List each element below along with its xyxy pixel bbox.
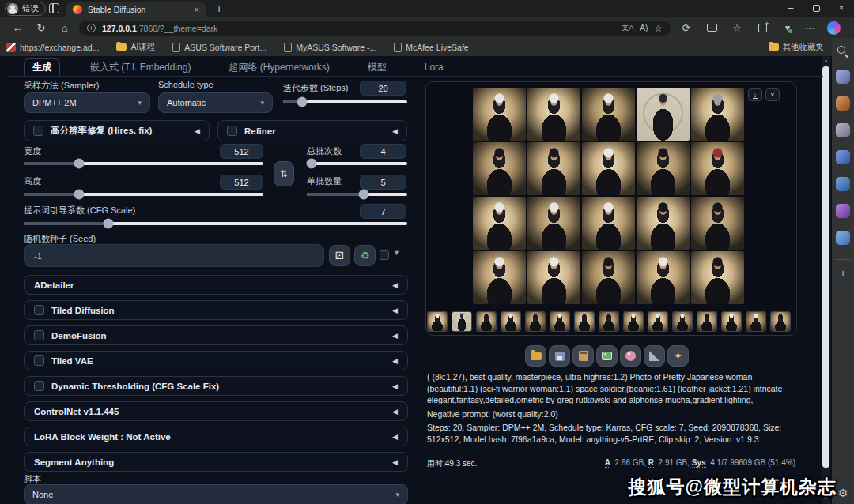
gallery-image[interactable] <box>473 197 526 250</box>
save-button[interactable] <box>549 345 570 367</box>
gallery-image[interactable] <box>582 142 635 195</box>
batch-size-slider[interactable] <box>307 193 407 196</box>
workspaces-icon[interactable] <box>49 3 59 13</box>
collections-icon[interactable]: + <box>753 20 772 36</box>
gallery-image[interactable] <box>637 251 690 304</box>
minimize-button[interactable]: – <box>778 0 803 16</box>
reuse-seed-recycle-button[interactable]: ♻ <box>354 245 376 266</box>
extra-seed-checkbox[interactable] <box>380 250 389 260</box>
sidebar-office-icon[interactable] <box>836 204 850 218</box>
refiner-accordion[interactable]: Refiner ◀ <box>217 120 407 141</box>
steps-value[interactable]: 20 <box>360 81 406 96</box>
height-slider[interactable] <box>24 193 263 196</box>
hires-fix-accordion[interactable]: 高分辨率修复 (Hires. fix) ◀ <box>24 120 210 141</box>
new-tab-button[interactable]: + <box>212 2 226 15</box>
restore-button[interactable] <box>803 0 829 16</box>
gallery-image[interactable] <box>582 197 635 250</box>
gallery-thumbnail[interactable] <box>476 311 497 332</box>
url-bar[interactable]: i 127.0.0.1:7860/?__theme=dark 文A A) ☆ <box>79 21 671 36</box>
gallery-image[interactable] <box>637 88 690 141</box>
gallery-thumbnail[interactable] <box>574 311 595 332</box>
sidebar-video-icon[interactable] <box>836 150 850 164</box>
tab-model[interactable]: 模型 <box>360 58 395 76</box>
gallery-thumbnail[interactable] <box>721 311 742 332</box>
gallery-thumbnail[interactable] <box>770 311 791 332</box>
accordion-demofusion[interactable]: DemoFusion◀ <box>24 325 408 345</box>
gallery-thumbnail[interactable] <box>427 311 448 332</box>
send-to-inpaint-button[interactable] <box>620 345 641 367</box>
browser-essentials-icon[interactable]: ♥ <box>778 20 797 36</box>
tab-hypernetworks[interactable]: 超网络 (Hypernetworks) <box>221 58 337 76</box>
scroll-up-arrow-icon[interactable]: ▲ <box>822 58 829 63</box>
bookmark-item[interactable]: AI课程 <box>116 42 155 53</box>
accordion-controlnet[interactable]: ControlNet v1.1.445◀ <box>24 401 408 421</box>
gallery-image[interactable] <box>691 88 744 141</box>
gallery-image[interactable] <box>691 251 744 304</box>
gallery-thumbnail[interactable] <box>648 311 668 332</box>
sidebar-shopping-icon[interactable] <box>836 70 850 84</box>
upscale-button[interactable]: ✦ <box>667 345 689 367</box>
gallery-thumbnail[interactable] <box>697 311 717 332</box>
close-gallery-button[interactable]: × <box>765 88 780 101</box>
tab-lora[interactable]: Lora <box>417 58 452 76</box>
batch-count-value[interactable]: 4 <box>360 144 406 159</box>
refiner-checkbox[interactable] <box>227 126 237 136</box>
gallery-image[interactable] <box>582 88 635 141</box>
hires-fix-checkbox[interactable] <box>33 126 43 136</box>
sidebar-outlook-icon[interactable] <box>836 177 850 191</box>
accordion-adetailer[interactable]: ADetailer◀ <box>24 275 408 295</box>
bookmark-item[interactable]: McAfee LiveSafe <box>394 43 468 52</box>
gallery-image[interactable] <box>527 142 580 195</box>
gallery-image[interactable] <box>527 251 580 304</box>
accordion-segment-anything[interactable]: Segment Anything◀ <box>24 452 408 472</box>
gallery-thumbnail[interactable] <box>452 311 472 332</box>
open-folder-button[interactable] <box>525 345 546 367</box>
sidebar-add-icon[interactable]: + <box>832 267 854 279</box>
gallery-thumbnail[interactable] <box>746 311 766 332</box>
home-icon[interactable]: ⌂ <box>55 20 74 36</box>
dynamic-thresholding-checkbox[interactable] <box>34 381 44 391</box>
cfg-scale-slider[interactable] <box>24 222 407 225</box>
height-value[interactable]: 512 <box>220 175 263 190</box>
read-aloud-icon[interactable]: A) <box>640 24 648 32</box>
gallery-thumbnail[interactable] <box>550 311 570 332</box>
split-screen-icon[interactable] <box>702 20 721 36</box>
batch-count-slider[interactable] <box>307 162 407 165</box>
schedule-type-dropdown[interactable]: Automatic▾ <box>158 92 273 113</box>
refresh-tools-icon[interactable]: ⟳ <box>677 20 696 36</box>
tab-close-icon[interactable]: × <box>195 5 199 14</box>
sidebar-games-icon[interactable] <box>836 96 850 111</box>
more-menu-icon[interactable]: ⋯ <box>800 20 819 36</box>
cfg-scale-value[interactable]: 7 <box>360 204 406 219</box>
swap-dimensions-button[interactable]: ⇅ <box>274 161 294 186</box>
page-scrollbar-thumb[interactable] <box>822 66 829 468</box>
tiled-vae-checkbox[interactable] <box>34 355 44 366</box>
favorite-star-icon[interactable]: ☆ <box>654 23 663 34</box>
sidebar-drop-icon[interactable] <box>836 231 850 245</box>
steps-slider[interactable] <box>283 100 407 103</box>
gallery-image[interactable] <box>582 251 635 304</box>
gallery-image[interactable] <box>637 142 690 195</box>
translate-icon[interactable]: 文A <box>622 23 633 33</box>
script-dropdown[interactable]: None▾ <box>24 484 408 504</box>
accordion-dynamic-thresholding[interactable]: Dynamic Thresholding (CFG Scale Fix)◀ <box>24 376 408 396</box>
site-info-icon[interactable]: i <box>87 24 96 32</box>
accordion-tiled-diffusion[interactable]: Tiled Diffusion◀ <box>24 300 408 320</box>
tab-generate[interactable]: 生成 <box>24 58 60 76</box>
send-to-extras-button[interactable] <box>644 345 665 367</box>
download-image-button[interactable]: ↓ <box>748 88 762 101</box>
gallery-thumbnail[interactable] <box>525 311 546 332</box>
back-icon[interactable]: ← <box>8 20 27 36</box>
copilot-icon[interactable] <box>824 20 843 36</box>
demofusion-checkbox[interactable] <box>34 330 44 340</box>
gallery-image[interactable] <box>473 251 526 304</box>
browser-tab-stable-diffusion[interactable]: Stable Diffusion × <box>66 2 206 17</box>
gallery-thumbnail[interactable] <box>623 311 644 332</box>
gallery-image[interactable] <box>691 142 744 195</box>
close-button[interactable]: × <box>829 0 854 16</box>
accordion-lora-block-weight[interactable]: LoRA Block Weight : Not Active◀ <box>24 427 408 446</box>
gallery-image[interactable] <box>473 142 526 195</box>
browser-profile-chip[interactable]: 错误 <box>5 2 46 16</box>
bookmark-item[interactable]: https://exchange.ad... <box>6 43 99 52</box>
random-seed-dice-button[interactable]: ⚂ <box>329 245 350 266</box>
